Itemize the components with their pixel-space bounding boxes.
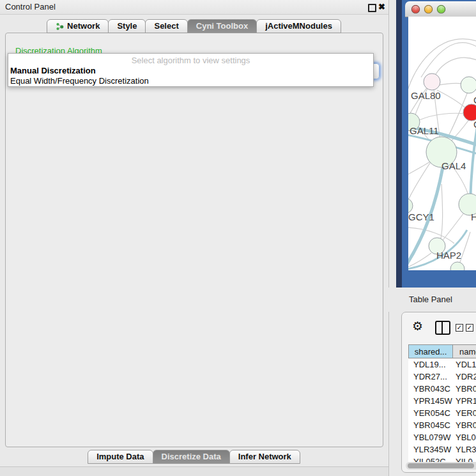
table-panel-title: Table Panel <box>409 295 452 304</box>
node-label: GAL80 <box>411 90 441 101</box>
cell-shared-name[interactable]: YLR345W <box>408 443 453 456</box>
tab-jactivemnodules[interactable]: jActiveMNodules <box>256 19 341 33</box>
close-icon[interactable]: ✖ <box>378 2 385 12</box>
tab-label: Style <box>117 20 137 33</box>
float-window-icon[interactable] <box>368 4 376 12</box>
zoom-traffic-light[interactable] <box>437 5 445 13</box>
node-label: C <box>473 119 476 130</box>
tab-label: jActiveMNodules <box>265 20 332 33</box>
tab-infer-network[interactable]: Infer Network <box>229 450 300 464</box>
tab-label: Cyni Toolbox <box>196 20 248 33</box>
table-row[interactable]: YBR045CYBR0 <box>408 419 476 431</box>
table-row[interactable]: YDL19...YDL1 <box>408 358 476 371</box>
tab-label: Impute Data <box>96 450 144 463</box>
cell-name[interactable]: YLR3 <box>453 443 476 456</box>
table-row[interactable]: YIL052CYIL0 <box>408 456 476 462</box>
cell-shared-name[interactable]: YIL052C <box>408 456 453 462</box>
scrollbar-thumb[interactable] <box>408 463 474 468</box>
checkbox-icon[interactable]: ✓ <box>466 324 473 332</box>
top-tab-bar: NetworkStyleSelectCyni ToolboxjActiveMNo… <box>0 19 388 33</box>
checkbox-icon[interactable]: ✓ <box>456 324 463 332</box>
node-label: GCY1 <box>408 211 434 222</box>
tab-cyni-toolbox[interactable]: Cyni Toolbox <box>187 19 257 33</box>
cell-shared-name[interactable]: YBL079W <box>408 431 453 443</box>
cell-shared-name[interactable]: YDR27... <box>408 371 453 383</box>
tab-label: Network <box>67 20 100 33</box>
dropdown-option-manual-discretization[interactable]: Manual Discretization <box>10 66 96 75</box>
network-edge[interactable] <box>459 232 470 266</box>
network-node[interactable] <box>450 262 464 270</box>
table-row[interactable]: YPR145WYPR1 <box>408 395 476 407</box>
network-edge[interactable] <box>408 157 434 205</box>
table-row[interactable]: YBR043CYBR0 <box>408 383 476 395</box>
tab-label: Infer Network <box>238 450 291 463</box>
cell-shared-name[interactable]: YBR045C <box>408 419 453 431</box>
network-icon <box>56 22 64 31</box>
tab-network[interactable]: Network <box>47 19 109 33</box>
tab-label: Discretize Data <box>162 450 221 463</box>
tab-style[interactable]: Style <box>108 19 146 33</box>
table-rows: YDL19...YDL1YDR27...YDR2YBR043CYBR0YPR14… <box>408 358 476 462</box>
tab-discretize-data[interactable]: Discretize Data <box>153 450 230 464</box>
cell-name[interactable]: YDL1 <box>453 358 476 371</box>
network-edge[interactable] <box>440 184 443 242</box>
minimize-traffic-light[interactable] <box>424 5 433 13</box>
gear-icon[interactable]: ⚙ <box>412 319 423 333</box>
tab-label: Select <box>154 20 178 33</box>
cell-name[interactable]: YBR0 <box>453 419 476 431</box>
table-row[interactable]: YDR27...YDR2 <box>408 371 476 383</box>
network-node[interactable] <box>424 73 440 90</box>
node-label: GAL11 <box>410 125 439 136</box>
table-horizontal-scrollbar[interactable] <box>406 462 476 470</box>
cell-name[interactable]: YPR1 <box>453 395 476 407</box>
panel-title: Control Panel <box>5 2 56 12</box>
cell-name[interactable]: YBR0 <box>453 383 476 395</box>
cell-shared-name[interactable]: YDL19... <box>408 358 453 371</box>
control-panel-titlebar: Control Panel ✖ <box>0 0 388 15</box>
network-view-canvas[interactable]: GAL80G.GAL11CGAL4GCY1HHAP2 <box>408 17 476 270</box>
node-label: G. <box>473 95 476 105</box>
cell-shared-name[interactable]: YER054C <box>408 407 453 419</box>
table-panel: ⚙ ✓ ✓ shared... name YDL19...YDL1YDR27..… <box>401 312 476 473</box>
algorithm-dropdown-popup: Select algorithm to view settings Manual… <box>8 53 374 87</box>
table-panel-header: Table Panel <box>388 288 476 312</box>
table-row[interactable]: YBL079WYBL0 <box>408 431 476 443</box>
cell-shared-name[interactable]: YBR043C <box>408 383 453 395</box>
cell-name[interactable]: YER0 <box>453 407 476 419</box>
node-label: HAP2 <box>436 250 461 261</box>
tab-select[interactable]: Select <box>145 19 187 33</box>
column-header-name[interactable]: name <box>452 344 476 358</box>
network-window-titlebar[interactable] <box>405 1 476 17</box>
cell-name[interactable]: YIL0 <box>453 456 473 462</box>
application-window: Control Panel ✖ NetworkStyleSelectCyni T… <box>0 0 476 476</box>
tab-impute-data[interactable]: Impute Data <box>88 450 153 464</box>
split-view-icon[interactable] <box>435 321 450 335</box>
cell-name[interactable]: YBL0 <box>453 431 476 443</box>
cell-shared-name[interactable]: YPR145W <box>408 395 453 407</box>
node-label: H <box>471 211 476 222</box>
cell-name[interactable]: YDR2 <box>453 371 476 383</box>
table-header-row: shared... name <box>408 344 476 358</box>
tab-content-panel <box>5 33 383 447</box>
control-panel: Control Panel ✖ NetworkStyleSelectCyni T… <box>0 0 389 476</box>
table-row[interactable]: YLR345WYLR3 <box>408 443 476 456</box>
dropdown-placeholder: Select algorithm to view settings <box>8 56 373 65</box>
close-traffic-light[interactable] <box>411 5 420 13</box>
bottom-tab-bar: Impute DataDiscretize DataInfer Network <box>0 450 388 464</box>
network-edge[interactable] <box>421 42 476 77</box>
bottom-strip <box>0 466 388 476</box>
table-row[interactable]: YER054CYER0 <box>408 407 476 419</box>
network-node[interactable] <box>461 77 476 93</box>
column-header-shared-name[interactable]: shared... <box>408 344 453 358</box>
dropdown-option-equal-width-frequency[interactable]: Equal Width/Frequency Discretization <box>10 76 149 86</box>
window-frame-edge <box>396 0 402 288</box>
node-label: GAL4 <box>441 160 466 171</box>
